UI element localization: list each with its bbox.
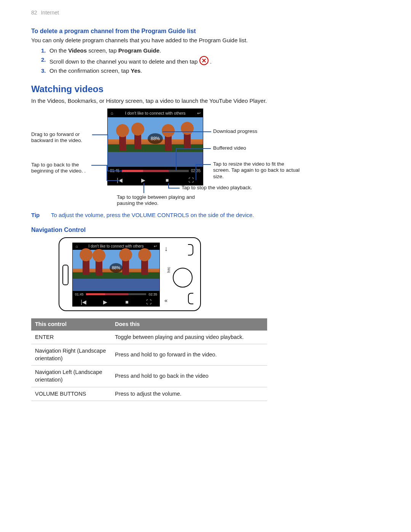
device-illustration: ⌂ I don't like to connect with others ↩ … [59, 237, 201, 311]
played-segment [122, 170, 143, 172]
page-number: 82 [31, 10, 37, 16]
delete-steps: On the Videos screen, tap Program Guide.… [41, 47, 384, 75]
stop-button[interactable]: ■ [155, 177, 179, 184]
htc-logo: hтc [166, 267, 172, 273]
callout-buffered: Buffered video [213, 145, 246, 151]
nav-back-icon: « [164, 297, 167, 304]
subheading-nav: Navigation Control [31, 226, 384, 234]
section-name: Internet [41, 10, 59, 16]
video-player: ⌂ I don't like to connect with others ↩ … [107, 109, 203, 185]
table-row: Navigation Left (Landscape orientation) … [31, 366, 267, 387]
player-titlebar: ⌂ I don't like to connect with others ↩ [108, 109, 203, 117]
step-1: On the Videos screen, tap Program Guide. [41, 47, 384, 54]
download-progress-badge: 88% [110, 263, 123, 273]
watching-intro: In the Videos, Bookmarks, or History scr… [31, 97, 384, 105]
fullscreen-button[interactable]: ⛶ [179, 177, 203, 184]
callout-download: Download progress [213, 128, 257, 134]
download-progress-badge: 88% [148, 133, 163, 144]
step-3: On the confirmation screen, tap Yes. [41, 67, 384, 75]
video-player-diagram: ⌂ I don't like to connect with others ↩ … [31, 109, 384, 208]
callout-resize: Tap to resize the video to fit the scree… [213, 161, 301, 180]
video-title: I don't like to connect with others [81, 244, 151, 249]
page-header: 82 Internet [31, 9, 384, 16]
subheading-delete: To delete a program channel from the Pro… [31, 27, 384, 35]
controls-row: |◀ ▶ ■ ⛶ [108, 175, 203, 185]
fullscreen-button[interactable]: ⛶ [138, 299, 159, 306]
seek-bar[interactable] [122, 170, 189, 172]
table-header-control: This control [31, 318, 111, 331]
device-screen: ⌂ I don't like to connect with others ↩ … [72, 243, 160, 307]
step-2: Scroll down to the channel you want to d… [41, 56, 384, 66]
table-row: ENTER Toggle between playing and pausing… [31, 331, 267, 344]
callout-drag: Drag to go forward or backward in the vi… [31, 131, 100, 144]
play-pause-button[interactable]: ▶ [94, 299, 116, 306]
time-total: 02:35 [148, 292, 157, 297]
play-pause-button[interactable]: ▶ [132, 177, 156, 184]
home-icon[interactable]: ⌂ [108, 110, 116, 116]
video-canvas[interactable]: 88% [108, 117, 203, 167]
seek-bar[interactable] [86, 293, 147, 295]
delete-intro: You can only delete program channels tha… [31, 37, 384, 44]
hw-bracket-icon [188, 293, 193, 304]
controls-table: This control Does this ENTER Toggle betw… [31, 318, 267, 401]
callout-toggle: Tap to toggle between playing and pausin… [117, 194, 201, 206]
nav-down-icon: ↓ [164, 244, 168, 253]
heading-watching: Watching videos [31, 83, 384, 95]
stop-button[interactable]: ■ [116, 299, 138, 306]
hw-bracket-icon [188, 244, 193, 256]
callout-stop: Tap to stop the video playback. [182, 185, 252, 191]
nav-wheel[interactable] [173, 268, 193, 288]
table-row: Navigation Right (Landscape orientation)… [31, 344, 267, 366]
rewind-button[interactable]: |◀ [73, 299, 94, 306]
table-row: VOLUME BUTTONS Press to adjust the volum… [31, 387, 267, 401]
back-icon[interactable]: ↩ [151, 244, 159, 249]
hardware-buttons: ↓ hтc « [164, 244, 193, 304]
table-header-action: Does this [111, 318, 267, 331]
video-title: I don't like to connect with others [116, 110, 194, 116]
callout-rewind: Tap to go back to the beginning of the v… [31, 162, 100, 174]
tip-row: Tip To adjust the volume, press the VOLU… [31, 211, 384, 219]
time-current: 01:45 [75, 292, 84, 297]
tip-label: Tip [31, 211, 49, 219]
delete-channel-icon [199, 56, 209, 65]
tip-text: To adjust the volume, press the VOLUME C… [51, 212, 254, 218]
back-icon[interactable]: ↩ [194, 110, 203, 116]
home-icon[interactable]: ⌂ [73, 244, 81, 249]
device-speaker [62, 265, 68, 285]
